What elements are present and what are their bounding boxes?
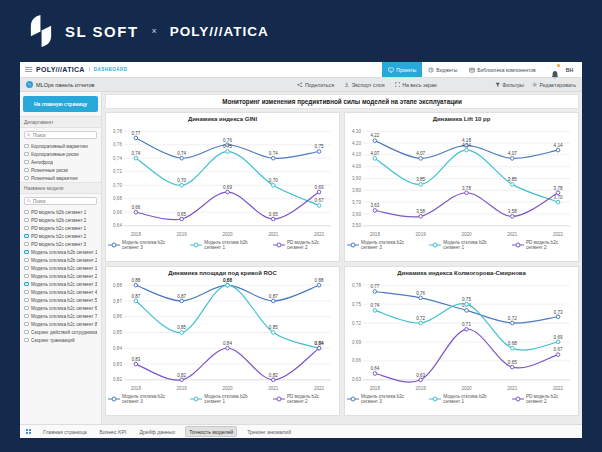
filter-checkbox-row[interactable]: Модель отклика b2c сегмент 1 [20, 264, 101, 272]
legend-item[interactable]: Модель отклика b2b сегмент 1 [429, 240, 504, 250]
checkbox-icon[interactable]: ✓ [24, 282, 29, 287]
bottom-tab-Главная страница[interactable]: Главная страница [40, 427, 90, 436]
legend-item[interactable]: Модель отклика b2b сегмент 1 [190, 240, 265, 250]
legend-item[interactable]: Модель отклика b2b сегмент 1 [429, 394, 504, 404]
data-label: 0,69 [223, 185, 232, 190]
toolbar-action-share-icon[interactable]: Поделиться [297, 82, 334, 88]
tab-Библиотека компонентов[interactable]: Библиотека компонентов [463, 62, 542, 77]
data-point [465, 328, 469, 332]
checkbox-icon[interactable] [24, 266, 29, 271]
legend-item[interactable]: PD модель b2c сегмент 2 [512, 240, 576, 250]
checkbox-icon[interactable] [24, 314, 29, 319]
filter-checkbox-row[interactable]: PD модель b2c сегмент 3 [20, 240, 101, 248]
report-title: MLOps панель отчетов [36, 82, 94, 88]
checkbox-icon[interactable] [24, 144, 29, 149]
data-label: 0,68 [508, 341, 517, 346]
toolbar-action-export-icon[interactable]: Экспорт слоя [344, 82, 385, 88]
filter-label: PD модель b2c сегмент 1 [31, 226, 86, 231]
legend-item[interactable]: Модель отклика b2c сегмент 3 [108, 394, 182, 404]
toolbar-action-fullscreen-icon[interactable]: На весь экран [395, 82, 437, 88]
filter-checkbox-row[interactable]: Корпоративный маркетинг [20, 142, 101, 150]
checkbox-icon[interactable] [24, 298, 29, 303]
filter-checkbox-row[interactable]: Модель отклика b2b сегмент 2 [20, 256, 101, 264]
tab-Виджеты[interactable]: Виджеты [422, 62, 463, 77]
filter-checkbox-row[interactable]: ✓Модель отклика b2c сегмент 3 [20, 280, 101, 288]
filter-checkbox-row[interactable]: Розничные риски [20, 166, 101, 174]
tab-label: Проекты [396, 67, 416, 73]
legend-item[interactable]: Модель отклика b2c сегмент 3 [108, 240, 182, 250]
checkbox-icon[interactable] [24, 338, 29, 343]
data-point [226, 150, 230, 154]
legend-item[interactable]: Модель отклика b2c сегмент 3 [347, 394, 421, 404]
legend-item[interactable]: Модель отклика b2c сегмент 3 [347, 240, 421, 250]
bottom-tab-Трекинг аномалий[interactable]: Трекинг аномалий [244, 427, 294, 436]
hamburger-icon[interactable] [25, 67, 32, 72]
checkbox-icon[interactable] [24, 168, 29, 173]
bottom-tab-Точность моделей[interactable]: Точность моделей [185, 426, 237, 437]
checkbox-icon[interactable] [24, 322, 29, 327]
filter-checkbox-row[interactable]: Модель отклика b2c сегмент 8 [20, 320, 101, 328]
tab-Проекты[interactable]: Проекты [382, 62, 422, 77]
checkbox-icon[interactable] [24, 306, 29, 311]
filter-checkbox-row[interactable]: ✓PD модель b2c сегмент 2 [20, 232, 101, 240]
toolbar-action-label: Экспорт слоя [352, 82, 385, 88]
filter-checkbox-row[interactable]: PD модель b2b сегмент 2 [20, 216, 101, 224]
y-tick-label: 0,68 [113, 196, 122, 201]
filter-label: Скоринг действий сотрудников [31, 330, 97, 335]
data-label: 0,65 [269, 212, 278, 217]
filter-checkbox-row[interactable]: PD модель b2c сегмент 1 [20, 224, 101, 232]
filter-checkbox-row[interactable]: PD модель b2b сегмент 1 [20, 208, 101, 216]
checkbox-icon[interactable]: ✓ [24, 234, 29, 239]
filter-checkbox-row[interactable]: Розничный маркетинг [20, 174, 101, 182]
filter-checkbox-row[interactable]: Корпоративные риски [20, 150, 101, 158]
sidebar-search-input[interactable] [33, 199, 94, 204]
filter-checkbox-row[interactable]: ✓Модель отклика b2b сегмент 1 [20, 248, 101, 256]
filter-checkbox-row[interactable]: Модель отклика b2c сегмент 6 [20, 304, 101, 312]
bottom-tab-Бизнес KPI[interactable]: Бизнес KPI [97, 427, 130, 436]
toolbar-action-label: Фильтры [502, 82, 524, 88]
filter-checkbox-row[interactable]: Модель отклика b2c сегмент 4 [20, 288, 101, 296]
checkbox-icon[interactable] [24, 176, 29, 181]
data-point [419, 378, 423, 382]
home-button[interactable]: На главную страницу [23, 96, 98, 112]
bottom-tab-Дрейф данных[interactable]: Дрейф данных [136, 427, 178, 436]
data-label: 0,75 [315, 144, 324, 149]
checkbox-icon[interactable] [24, 258, 29, 263]
checkbox-icon[interactable] [24, 218, 29, 223]
filter-checkbox-row[interactable]: Антифрод [20, 158, 101, 166]
sidebar-search-input[interactable] [33, 133, 94, 138]
charts-grid: Динамика индекса GINI0,780,760,740,720,7… [105, 112, 579, 416]
filter-checkbox-row[interactable]: Скоринг действий сотрудников [20, 328, 101, 336]
checkbox-icon[interactable] [24, 330, 29, 335]
toolbar-action-label: На весь экран [402, 82, 437, 88]
data-point [465, 191, 469, 195]
checkbox-icon[interactable]: ✓ [24, 250, 29, 255]
checkbox-icon[interactable] [24, 290, 29, 295]
monitor-icon [388, 67, 394, 73]
user-avatar[interactable]: ВН [566, 67, 577, 73]
checkbox-icon[interactable] [24, 152, 29, 157]
legend-item[interactable]: PD модель b2c сегмент 2 [273, 240, 337, 250]
checkbox-icon[interactable] [24, 226, 29, 231]
legend-item[interactable]: PD модель b2c сегмент 2 [512, 394, 576, 404]
legend-marker-icon [273, 396, 285, 402]
data-point [556, 148, 560, 152]
filter-checkbox-row[interactable]: Модель отклика b2c сегмент 5 [20, 296, 101, 304]
legend-item[interactable]: PD модель b2c сегмент 2 [273, 394, 337, 404]
filter-checkbox-row[interactable]: Модель отклика b2c сегмент 2 [20, 272, 101, 280]
legend-marker-icon [347, 396, 359, 402]
checkbox-icon[interactable] [24, 242, 29, 247]
checkbox-icon[interactable] [24, 274, 29, 279]
filter-checkbox-row[interactable]: Модель отклика b2c сегмент 7 [20, 312, 101, 320]
filter-checkbox-row[interactable]: Скоринг транзакций [20, 336, 101, 344]
checkbox-icon[interactable] [24, 160, 29, 165]
x-tick-label: 2018 [131, 386, 142, 391]
chart-card: Динамика индекса GINI0,780,760,740,720,7… [105, 112, 340, 262]
toolbar-action-gear-icon[interactable]: Редактировать [532, 82, 576, 88]
apps-grid-icon[interactable] [26, 429, 31, 434]
data-point [271, 156, 275, 160]
notifications-bell-icon[interactable] [551, 65, 559, 74]
toolbar-action-filter-icon[interactable]: Фильтры [495, 82, 524, 88]
checkbox-icon[interactable] [24, 210, 29, 215]
legend-item[interactable]: Модель отклика b2b сегмент 1 [190, 394, 265, 404]
